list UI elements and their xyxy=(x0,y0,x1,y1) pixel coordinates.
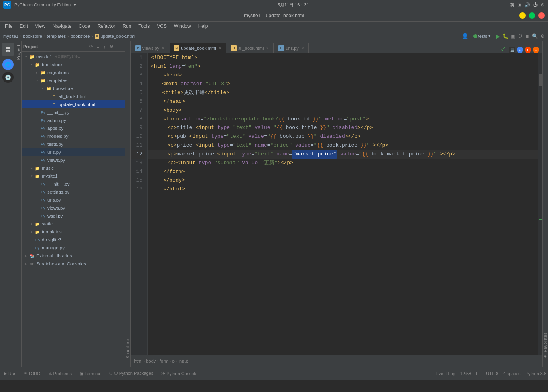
run-green-btn[interactable]: ▶ xyxy=(496,33,500,39)
browser-icon-firefox[interactable]: F xyxy=(525,47,531,53)
tree-item-mysite1-sub[interactable]: ▾ 📁 mysite1 xyxy=(22,172,125,180)
terminal-btn[interactable]: ▣ Terminal xyxy=(77,370,104,377)
lang-indicator[interactable]: 英 xyxy=(510,2,514,8)
tree-item-templates-root[interactable]: ▸ 📁 templates xyxy=(22,228,125,236)
system-time: 5月11日 16：31 xyxy=(278,2,309,8)
tree-item-init-py[interactable]: ▸ Py __init__.py xyxy=(22,108,125,116)
menu-tools[interactable]: Tools xyxy=(135,23,153,30)
tab-close-all[interactable]: ✕ xyxy=(266,46,269,50)
line-ending[interactable]: LF xyxy=(476,371,481,376)
menu-help[interactable]: Help xyxy=(195,23,211,30)
run-btn[interactable]: ▶ Run xyxy=(2,370,19,377)
breadcrumb-templates[interactable]: templates xyxy=(47,34,66,39)
profile-btn[interactable]: ⏱ xyxy=(518,33,522,39)
tree-item-tests-py[interactable]: ▸ Py tests.py xyxy=(22,140,125,148)
tree-item-admin-py[interactable]: ▸ Py admin.py xyxy=(22,116,125,124)
tree-item-music[interactable]: ▸ 📁 music xyxy=(22,164,125,172)
menu-vcs[interactable]: VCS xyxy=(154,23,170,30)
breadcrumb-bookstore[interactable]: bookstore xyxy=(23,34,42,39)
tab-all-book[interactable]: H all_book.html ✕ xyxy=(227,43,274,53)
minimize-button[interactable] xyxy=(519,12,526,19)
tree-item-templates-1[interactable]: ▾ 📁 templates xyxy=(22,76,125,84)
tree-item-external-libs[interactable]: ▸ 📚 External Libraries xyxy=(22,252,125,260)
power-icon[interactable]: ⏻ xyxy=(533,2,538,7)
vcs-icon[interactable]: 👤 xyxy=(462,33,468,39)
python-packages-btn[interactable]: ⬡ ⬡ Python Packages xyxy=(107,370,156,377)
volume-icon[interactable]: 🔊 xyxy=(524,2,530,8)
tab-update-book[interactable]: H update_book.html ✕ xyxy=(170,43,226,53)
tree-item-scratches[interactable]: ▸ ✏ Scratches and Consoles xyxy=(22,260,125,268)
gear-settings-btn[interactable]: ⚙ xyxy=(540,33,545,39)
browser-icon-chrome[interactable]: C xyxy=(517,47,523,53)
menu-window[interactable]: Window xyxy=(171,23,194,30)
panel-settings-btn[interactable]: ⚙ xyxy=(108,43,115,50)
tree-item-db-sqlite3[interactable]: ▸ DB db.sqlite3 xyxy=(22,236,125,244)
search-everywhere-btn[interactable]: 🔍 xyxy=(532,33,538,39)
stop-btn[interactable]: ⏹ xyxy=(525,33,530,39)
tab-views-py[interactable]: P views.py ✕ xyxy=(131,43,169,53)
menu-navigate[interactable]: Navigate xyxy=(49,23,75,30)
panel-collapse-btn[interactable]: ≡ xyxy=(96,43,101,50)
problems-btn[interactable]: ⚠ Problems xyxy=(46,370,74,377)
app-name-arrow[interactable]: ▾ xyxy=(74,2,76,8)
debug-btn[interactable]: 🐛 xyxy=(503,33,509,39)
breadcrumb-mysite1[interactable]: mysite1 xyxy=(3,34,18,39)
menu-view[interactable]: View xyxy=(32,23,49,30)
todo-btn[interactable]: ≡ TODO xyxy=(22,370,43,377)
favorites-tab[interactable]: ★ Favorites xyxy=(542,41,548,367)
tree-item-init2[interactable]: ▸ Py __init__.py xyxy=(22,180,125,188)
code-content[interactable]: <!DOCTYPE html> <html lang="en"> <head> … xyxy=(148,53,538,355)
browser-icon-1[interactable]: 🌐 xyxy=(2,59,14,70)
tree-item-apps-py[interactable]: ▸ Py apps.py xyxy=(22,124,125,132)
menu-file[interactable]: File xyxy=(2,23,16,30)
tree-item-bookstore-sub[interactable]: ▾ 📁 bookstore xyxy=(22,84,125,92)
menu-run[interactable]: Run xyxy=(119,23,134,30)
event-log-btn[interactable]: Event Log xyxy=(436,371,455,376)
tree-item-models-py[interactable]: ▸ Py models.py xyxy=(22,132,125,140)
tree-item-urls2[interactable]: ▸ Py urls.py xyxy=(22,196,125,204)
indent-spaces[interactable]: 4 spaces xyxy=(503,371,520,376)
browser-icon-2[interactable]: 💿 xyxy=(2,72,14,83)
tree-item-settings-py[interactable]: ▸ Py settings.py xyxy=(22,188,125,196)
structure-tab[interactable]: Structure xyxy=(125,41,131,367)
panel-close-btn[interactable]: — xyxy=(116,43,123,50)
tree-label: mysite1 xyxy=(42,174,58,178)
menu-edit[interactable]: Edit xyxy=(16,23,31,30)
tab-close-views[interactable]: ✕ xyxy=(162,46,165,50)
tree-item-views2[interactable]: ▸ Py views.py xyxy=(22,204,125,212)
tree-item-bookstore[interactable]: ▾ 📁 bookstore xyxy=(22,61,125,69)
tree-item-static[interactable]: ▸ 📁 static xyxy=(22,220,125,228)
menu-refactor[interactable]: Refactor xyxy=(94,23,118,30)
tab-close-update[interactable]: ✕ xyxy=(219,46,222,50)
project-vertical-label[interactable]: Project xyxy=(16,41,22,367)
python-console-btn[interactable]: ≫ Python Console xyxy=(159,370,200,377)
tab-urls-py[interactable]: P urls.py ✕ xyxy=(274,43,308,53)
right-scrollbar[interactable] xyxy=(538,53,542,355)
tree-item-views-py-bookstore[interactable]: ▸ Py views.py xyxy=(22,156,125,164)
run-config-btn[interactable]: tests ▾ xyxy=(471,33,493,39)
tree-item-urls-py-bookstore[interactable]: ▸ Py urls.py xyxy=(22,148,125,156)
tree-item-mysite1[interactable]: ▾ 📁 mysite1 ~/桌面/mysite1 xyxy=(22,53,125,61)
panel-sync-btn[interactable]: ⟳ xyxy=(88,43,94,50)
breadcrumb-bookstore2[interactable]: bookstore xyxy=(71,34,90,39)
close-button[interactable] xyxy=(538,12,545,19)
code-line-12: <p>market_price <input type="text" name=… xyxy=(148,150,538,159)
browser-icon-pycharm[interactable]: 💻 xyxy=(509,47,515,53)
tree-item-wsgi[interactable]: ▸ Py wsgi.py xyxy=(22,212,125,220)
coverage-btn[interactable]: ▣ xyxy=(511,33,515,39)
tree-item-manage-py[interactable]: ▸ Py manage.py xyxy=(22,244,125,252)
settings-icon[interactable]: ⚙ xyxy=(541,2,545,8)
python-version[interactable]: Python 3.8 xyxy=(525,371,546,376)
encoding[interactable]: UTF-8 xyxy=(486,371,498,376)
sidebar-project-btn[interactable] xyxy=(2,43,14,56)
tab-close-urls[interactable]: ✕ xyxy=(301,46,304,50)
panel-sort-btn[interactable]: ↕ xyxy=(103,43,107,50)
browser-icon-opera[interactable]: O xyxy=(533,47,539,53)
code-editor[interactable]: 1 2 3 4 5 6 7 8 9 10 11 12 13 14 15 16 xyxy=(131,53,542,355)
maximize-button[interactable] xyxy=(529,12,535,19)
tree-item-all-book[interactable]: ▸ 🗋 all_book.html xyxy=(22,92,125,100)
app-icon[interactable]: PC xyxy=(3,1,11,9)
tree-item-update-book[interactable]: ▸ 🗋 update_book.html xyxy=(22,100,125,108)
tree-item-migrations[interactable]: ▸ 📁 migrations xyxy=(22,69,125,76)
menu-code[interactable]: Code xyxy=(75,23,93,30)
